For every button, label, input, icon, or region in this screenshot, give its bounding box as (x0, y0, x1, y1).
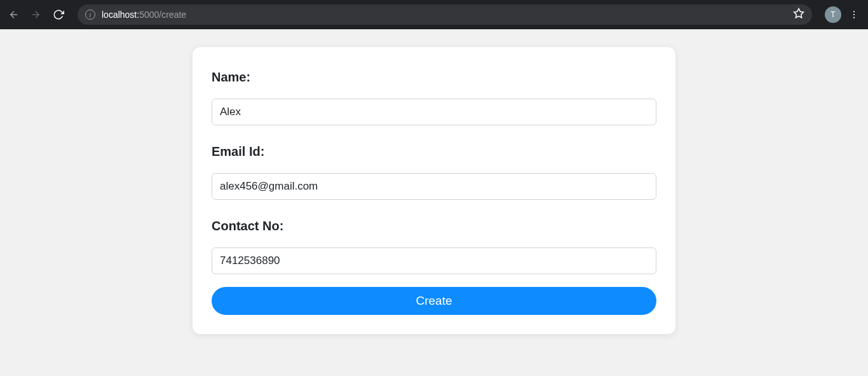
back-button[interactable] (5, 6, 23, 24)
reload-icon (53, 9, 64, 20)
create-button[interactable]: Create (212, 287, 656, 315)
arrow-right-icon (30, 9, 41, 20)
bookmark-button[interactable] (793, 8, 804, 22)
browser-menu-button[interactable] (845, 6, 863, 24)
svg-point-1 (853, 11, 855, 12)
star-icon (793, 8, 804, 19)
create-form-card: Name: Email Id: Contact No: Create (193, 47, 675, 334)
email-label: Email Id: (212, 144, 656, 159)
url-host: localhost: (102, 10, 139, 20)
page-content: Name: Email Id: Contact No: Create (0, 29, 868, 334)
browser-toolbar: i localhost:5000/create T (0, 0, 868, 29)
url-path: 5000/create (139, 10, 186, 20)
site-info-icon[interactable]: i (85, 10, 95, 20)
more-vertical-icon (849, 10, 859, 20)
name-input[interactable] (212, 99, 656, 125)
address-bar[interactable]: i localhost:5000/create (78, 4, 812, 25)
arrow-left-icon (8, 9, 20, 20)
name-label: Name: (212, 70, 656, 85)
email-input[interactable] (212, 173, 656, 200)
forward-button[interactable] (27, 6, 44, 24)
svg-marker-0 (794, 9, 804, 18)
url-text: localhost:5000/create (102, 10, 186, 20)
svg-point-2 (853, 14, 855, 15)
contact-label: Contact No: (212, 219, 656, 233)
reload-button[interactable] (50, 6, 67, 24)
svg-point-3 (853, 17, 855, 18)
contact-input[interactable] (212, 247, 656, 274)
profile-avatar[interactable]: T (825, 6, 841, 23)
